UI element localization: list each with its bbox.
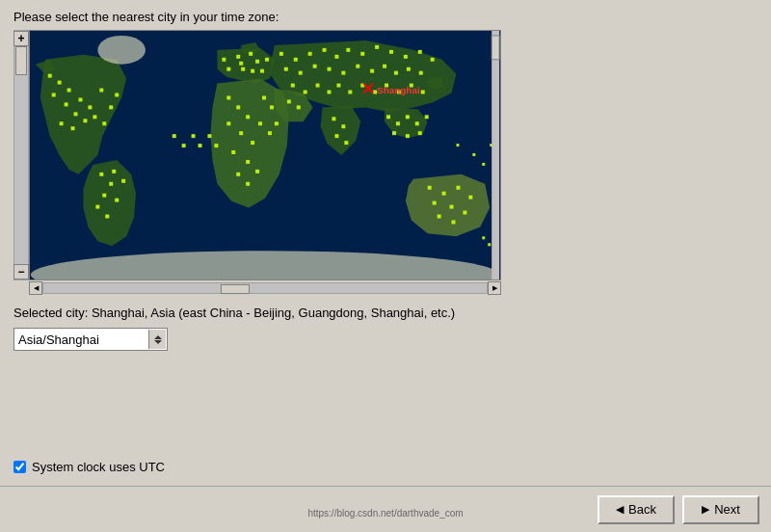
zoom-out-button[interactable]: − bbox=[13, 264, 29, 279]
svg-rect-75 bbox=[316, 84, 320, 88]
svg-rect-62 bbox=[284, 67, 288, 71]
svg-rect-42 bbox=[251, 141, 254, 145]
vertical-scrollbar[interactable]: + − bbox=[13, 30, 29, 280]
svg-rect-7 bbox=[255, 60, 259, 64]
svg-rect-6 bbox=[239, 62, 243, 66]
svg-rect-70 bbox=[394, 71, 398, 75]
svg-rect-21 bbox=[83, 119, 87, 122]
instruction-label: Please select the nearest city in your t… bbox=[13, 10, 758, 24]
svg-rect-18 bbox=[79, 97, 83, 101]
next-button[interactable]: ▶ Next bbox=[682, 495, 759, 524]
svg-rect-122 bbox=[275, 121, 279, 125]
svg-rect-24 bbox=[93, 115, 96, 119]
svg-rect-56 bbox=[360, 52, 364, 56]
svg-rect-60 bbox=[418, 50, 422, 54]
svg-rect-101 bbox=[456, 186, 460, 190]
h-scroll-thumb[interactable] bbox=[221, 284, 250, 294]
h-scroll-track[interactable] bbox=[42, 282, 488, 294]
svg-rect-25 bbox=[102, 121, 106, 125]
svg-rect-61 bbox=[431, 58, 435, 62]
timezone-select-row: Asia/Shanghai Asia/Beijing America/New_Y… bbox=[13, 328, 758, 351]
back-button-label: Back bbox=[628, 502, 656, 517]
utc-checkbox-label[interactable]: System clock uses UTC bbox=[32, 460, 165, 474]
bottom-url: https://blog.csdn.net/darthvade_com bbox=[307, 508, 463, 519]
svg-rect-102 bbox=[468, 196, 472, 200]
map-wrapper[interactable]: Shanghai bbox=[29, 30, 501, 280]
svg-rect-65 bbox=[328, 67, 332, 71]
svg-rect-38 bbox=[236, 105, 240, 109]
svg-rect-52 bbox=[308, 52, 312, 56]
svg-rect-34 bbox=[112, 170, 116, 173]
svg-rect-48 bbox=[262, 95, 266, 99]
svg-rect-97 bbox=[406, 134, 410, 138]
timezone-select-wrapper[interactable]: Asia/Shanghai Asia/Beijing America/New_Y… bbox=[13, 328, 168, 351]
svg-rect-30 bbox=[109, 182, 113, 186]
svg-rect-112 bbox=[482, 236, 485, 239]
svg-rect-50 bbox=[279, 52, 283, 56]
svg-rect-106 bbox=[438, 215, 441, 219]
svg-rect-12 bbox=[260, 69, 264, 73]
svg-rect-20 bbox=[74, 112, 78, 116]
svg-text:Shanghai: Shanghai bbox=[377, 85, 420, 95]
svg-rect-76 bbox=[328, 91, 332, 94]
svg-rect-43 bbox=[231, 150, 235, 154]
svg-rect-59 bbox=[404, 55, 408, 59]
svg-rect-17 bbox=[65, 102, 68, 106]
svg-rect-127 bbox=[492, 36, 499, 60]
horizontal-scrollbar[interactable]: ◀ ▶ bbox=[29, 280, 501, 296]
zoom-in-button[interactable]: + bbox=[13, 31, 29, 46]
svg-rect-10 bbox=[241, 67, 245, 71]
svg-rect-44 bbox=[246, 160, 250, 164]
back-icon: ◀ bbox=[616, 503, 624, 516]
svg-rect-117 bbox=[199, 144, 202, 147]
v-scroll-track[interactable] bbox=[14, 46, 28, 264]
svg-rect-92 bbox=[396, 121, 400, 125]
h-scroll-right-button[interactable]: ▶ bbox=[488, 281, 501, 295]
svg-rect-93 bbox=[406, 115, 410, 119]
svg-rect-73 bbox=[291, 84, 295, 88]
svg-rect-15 bbox=[67, 89, 71, 93]
svg-rect-54 bbox=[334, 55, 338, 59]
svg-rect-85 bbox=[287, 99, 291, 103]
h-scroll-left-button[interactable]: ◀ bbox=[29, 281, 42, 295]
svg-rect-91 bbox=[386, 115, 390, 119]
svg-rect-32 bbox=[95, 205, 99, 209]
svg-rect-78 bbox=[348, 91, 352, 94]
svg-rect-108 bbox=[456, 144, 459, 146]
svg-rect-67 bbox=[356, 65, 359, 68]
svg-rect-5 bbox=[249, 52, 253, 56]
svg-rect-13 bbox=[48, 74, 52, 78]
svg-rect-26 bbox=[109, 105, 113, 109]
svg-rect-118 bbox=[207, 134, 211, 138]
v-scroll-thumb[interactable] bbox=[15, 46, 27, 75]
svg-rect-66 bbox=[341, 71, 345, 75]
svg-rect-110 bbox=[482, 163, 485, 166]
svg-rect-115 bbox=[182, 144, 186, 147]
svg-rect-84 bbox=[421, 91, 425, 94]
svg-rect-41 bbox=[239, 131, 243, 135]
utc-checkbox[interactable] bbox=[13, 461, 26, 473]
svg-rect-104 bbox=[450, 205, 454, 209]
svg-rect-77 bbox=[336, 84, 340, 88]
svg-rect-64 bbox=[313, 65, 317, 68]
svg-rect-100 bbox=[442, 192, 446, 196]
svg-rect-22 bbox=[60, 121, 64, 125]
svg-rect-126 bbox=[492, 31, 499, 279]
svg-rect-51 bbox=[294, 58, 298, 62]
svg-rect-119 bbox=[214, 144, 218, 147]
svg-rect-72 bbox=[419, 71, 423, 75]
svg-rect-121 bbox=[268, 131, 272, 135]
svg-rect-40 bbox=[226, 121, 230, 125]
svg-rect-33 bbox=[105, 215, 109, 219]
svg-rect-114 bbox=[173, 134, 176, 138]
map-canvas[interactable]: Shanghai bbox=[30, 31, 500, 279]
back-button[interactable]: ◀ Back bbox=[598, 495, 675, 524]
svg-rect-4 bbox=[236, 55, 240, 59]
svg-point-2 bbox=[97, 36, 146, 65]
svg-rect-9 bbox=[226, 67, 230, 71]
svg-rect-28 bbox=[99, 89, 103, 93]
svg-rect-86 bbox=[297, 105, 301, 109]
svg-rect-3 bbox=[222, 58, 226, 62]
svg-rect-99 bbox=[428, 186, 432, 190]
timezone-select[interactable]: Asia/Shanghai Asia/Beijing America/New_Y… bbox=[13, 328, 168, 351]
